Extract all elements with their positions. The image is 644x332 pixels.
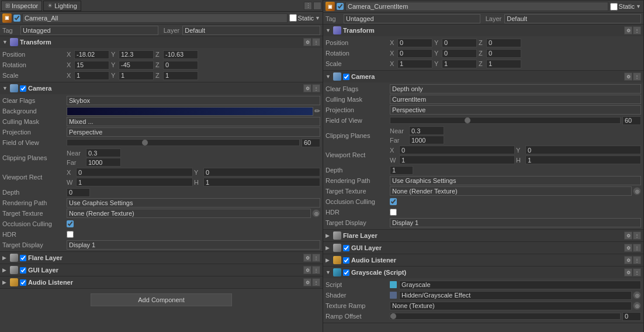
layer-dropdown[interactable]: Default [182,26,320,35]
camera-settings-icon[interactable]: ⚙ [303,84,311,92]
fov-slider[interactable] [67,139,300,146]
right-fov-input[interactable] [622,116,641,125]
texture-ramp-input[interactable] [390,302,632,310]
camera-header[interactable]: ▼ Camera ⚙ ⋮ [0,82,323,94]
object-active-checkbox[interactable] [13,15,20,22]
position-x-input[interactable] [74,50,109,59]
audio-settings-icon[interactable]: ⚙ [303,278,311,286]
shader-input[interactable] [399,291,632,300]
right-gui-active-checkbox[interactable] [343,245,349,251]
transform-header[interactable]: ▼ Transform ⚙ ⋮ [0,36,323,48]
gui-settings-icon[interactable]: ⚙ [303,266,311,274]
projection-dropdown[interactable]: Perspective [67,127,320,137]
flare-context-icon[interactable]: ⋮ [312,254,320,262]
audio-context-icon[interactable]: ⋮ [312,278,320,286]
audio-listener-header[interactable]: ▶ Audio Listener ⚙ ⋮ [0,276,323,288]
right-scale-x-input[interactable] [397,60,432,68]
target-texture-dropdown[interactable]: None (Render Texture) [67,209,311,218]
ramp-offset-input[interactable] [622,312,641,321]
right-fov-slider[interactable] [390,117,621,124]
grayscale-header[interactable]: ▼ Grayscale (Script) ⚙ ⋮ [323,267,643,278]
right-audio-context-icon[interactable]: ⋮ [633,256,641,264]
near-input[interactable] [86,148,121,157]
audio-active-checkbox[interactable] [20,279,26,286]
add-component-button[interactable]: Add Component [91,293,232,306]
transform-settings-icon[interactable]: ⚙ [303,38,311,46]
right-flare-context-icon[interactable]: ⋮ [633,231,641,240]
object-name-input[interactable] [22,13,288,23]
right-gui-layer-header[interactable]: ▶ GUI Layer ⚙ ⋮ [323,242,643,254]
flare-layer-header[interactable]: ▶ Flare Layer ⚙ ⋮ [0,252,323,264]
lock-icon[interactable] [313,2,321,10]
position-z-input[interactable] [163,50,198,59]
right-transform-header[interactable]: ▼ Transform ⚙ ⋮ [323,25,643,36]
right-rendering-path-dropdown[interactable]: Use Graphics Settings [390,176,641,185]
right-object-active-checkbox[interactable] [337,3,344,10]
right-tag-dropdown[interactable]: Untagged [344,14,480,23]
right-flare-layer-header[interactable]: ▶ Flare Layer ⚙ ⋮ [323,230,643,241]
right-audio-listener-header[interactable]: ▶ Audio Listener ⚙ ⋮ [323,254,643,266]
right-viewport-x-input[interactable] [399,146,515,154]
right-position-z-input[interactable] [486,39,521,47]
static-checkbox[interactable] [289,14,297,22]
viewport-x-input[interactable] [76,168,193,177]
right-camera-header[interactable]: ▼ Camera ⚙ ⋮ [323,71,643,82]
target-display-dropdown[interactable]: Display 1 [67,240,320,250]
panel-options-icon[interactable]: ⋮ [304,2,312,10]
right-audio-active-checkbox[interactable] [343,257,349,264]
right-scale-y-input[interactable] [442,60,477,68]
right-transform-settings-icon[interactable]: ⚙ [624,26,632,34]
fov-input[interactable] [302,139,320,147]
right-near-input[interactable] [409,126,444,135]
position-y-input[interactable] [119,50,154,59]
gui-layer-header[interactable]: ▶ GUI Layer ⚙ ⋮ [0,264,323,276]
tab-lighting[interactable]: ☀ Lighting [43,1,81,11]
right-viewport-w-input[interactable] [399,155,515,164]
rotation-x-input[interactable] [74,61,109,70]
right-rotation-z-input[interactable] [486,49,521,58]
clear-flags-dropdown[interactable]: Skybox [67,96,320,105]
texture-ramp-circle-btn[interactable]: ◎ [633,302,641,310]
rotation-z-input[interactable] [163,61,198,70]
right-camera-active-checkbox[interactable] [343,74,349,80]
right-rotation-x-input[interactable] [397,49,432,58]
right-static-dropdown-arrow[interactable]: ▼ [636,4,641,9]
static-dropdown-arrow[interactable]: ▼ [315,15,320,21]
right-camera-context-icon[interactable]: ⋮ [633,72,641,81]
right-target-texture-dropdown[interactable]: None (Render Texture) [390,186,632,196]
grayscale-context-icon[interactable]: ⋮ [633,268,641,276]
grayscale-settings-icon[interactable]: ⚙ [624,268,632,276]
camera-active-checkbox[interactable] [20,85,26,92]
shader-circle-btn[interactable]: ◎ [633,291,641,299]
scale-y-input[interactable] [119,71,154,80]
right-audio-settings-icon[interactable]: ⚙ [624,256,632,264]
viewport-h-input[interactable] [203,178,320,186]
background-color-swatch[interactable] [67,107,313,116]
right-object-name-input[interactable] [345,2,608,11]
rendering-path-dropdown[interactable]: Use Graphics Settings [67,198,320,208]
target-texture-circle-btn[interactable]: ◎ [312,209,320,217]
depth-input[interactable] [67,188,90,197]
right-flare-settings-icon[interactable]: ⚙ [624,231,632,240]
right-viewport-h-input[interactable] [525,155,641,164]
far-input[interactable] [86,158,121,167]
ramp-offset-slider[interactable] [390,313,621,320]
right-layer-dropdown[interactable]: Default [504,14,641,23]
viewport-w-input[interactable] [76,178,193,186]
right-far-input[interactable] [409,136,444,144]
right-hdr-checkbox[interactable] [390,209,397,216]
culling-mask-dropdown[interactable]: Mixed ... [67,117,320,126]
right-viewport-y-input[interactable] [525,146,641,154]
gui-context-icon[interactable]: ⋮ [312,266,320,274]
right-rotation-y-input[interactable] [442,49,477,58]
right-static-checkbox[interactable] [610,3,618,11]
right-depth-input[interactable] [390,166,413,175]
grayscale-active-checkbox[interactable] [343,269,349,276]
right-transform-context-icon[interactable]: ⋮ [633,26,641,34]
color-picker-icon[interactable]: ✏ [314,107,320,115]
camera-context-icon[interactable]: ⋮ [312,84,320,92]
right-camera-settings-icon[interactable]: ⚙ [624,72,632,81]
right-occlusion-checkbox[interactable] [390,198,397,205]
right-scale-z-input[interactable] [486,60,521,68]
scale-x-input[interactable] [74,71,109,80]
